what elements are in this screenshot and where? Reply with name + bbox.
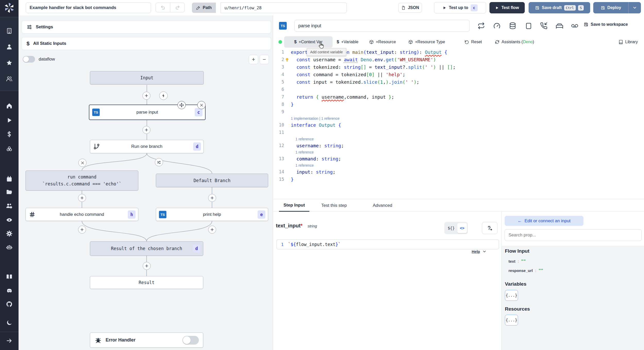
- prop-row-text[interactable]: text:"": [509, 259, 526, 264]
- remove-branch-button[interactable]: [78, 159, 87, 167]
- tab-test-this-step[interactable]: Test this step: [321, 199, 347, 212]
- json-button[interactable]: JSON: [398, 3, 422, 13]
- add-step-button[interactable]: [142, 126, 150, 134]
- flow-node-default-branch[interactable]: Default Branch: [156, 174, 268, 187]
- dollar-icon[interactable]: [6, 131, 13, 138]
- add-resource-button[interactable]: +Resource: [369, 36, 396, 48]
- save-draft-button[interactable]: Save draft Ctrl S: [529, 2, 590, 13]
- expression-editor[interactable]: 1 `${flow_input.text}`: [276, 240, 499, 249]
- code-line[interactable]: 11: [273, 129, 644, 136]
- arrow-right-icon[interactable]: [6, 337, 13, 344]
- flow-node-parse-input[interactable]: TS parse input c: [89, 105, 206, 120]
- discord-icon[interactable]: [6, 287, 13, 294]
- book-open-icon[interactable]: [6, 273, 13, 280]
- connect-input-button[interactable]: [482, 222, 497, 234]
- code-line[interactable]: 12 username: string;: [273, 142, 644, 149]
- user-icon[interactable]: [6, 44, 13, 50]
- flow-node-print-help[interactable]: TS print help e: [156, 208, 268, 221]
- code-line[interactable]: 14 input: string;: [273, 168, 644, 176]
- reset-button[interactable]: Reset: [464, 36, 482, 48]
- bed-icon[interactable]: [556, 22, 563, 30]
- variables-chip[interactable]: {...}: [505, 290, 518, 301]
- square-icon[interactable]: [525, 22, 532, 30]
- calendar-icon[interactable]: [6, 176, 13, 182]
- undo-button[interactable]: [156, 3, 170, 12]
- lightbulb-icon[interactable]: [285, 57, 290, 62]
- add-step-button[interactable]: [78, 226, 86, 234]
- code-line[interactable]: 15}: [273, 176, 644, 183]
- phone-incoming-icon[interactable]: [540, 22, 548, 30]
- static-mode-option[interactable]: ${}: [445, 223, 457, 233]
- flow-node-input[interactable]: Input: [90, 71, 204, 84]
- code-line[interactable]: 7 return { username,command, input };: [273, 93, 644, 101]
- code-line[interactable]: 13 command: string;: [273, 155, 644, 163]
- database-icon[interactable]: [509, 22, 516, 30]
- flow-node-result-of-branch[interactable]: Result of the chosen branch d: [90, 241, 203, 256]
- edit-or-connect-button[interactable]: ← Edit or connect an input: [505, 216, 583, 226]
- flow-node-run-one-branch[interactable]: Run one branch d: [90, 140, 204, 153]
- tab-advanced[interactable]: Advanced: [373, 199, 392, 212]
- play-icon[interactable]: [6, 117, 13, 124]
- test-flow-button[interactable]: Test flow: [489, 2, 525, 13]
- home-icon[interactable]: [6, 103, 13, 109]
- error-handler-card[interactable]: Error Handler: [90, 332, 203, 348]
- gauge-icon[interactable]: [493, 22, 501, 30]
- deploy-dropdown-button[interactable]: [629, 5, 641, 10]
- bot-icon[interactable]: [6, 244, 13, 251]
- code-line[interactable]: 5 const input = tokenized.slice(1,).join…: [273, 78, 644, 86]
- test-up-to-button[interactable]: Test up to c: [434, 2, 486, 13]
- library-button[interactable]: Library: [618, 36, 638, 48]
- code-line[interactable]: 10interface Output {: [273, 121, 644, 129]
- add-context-var-button[interactable]: $+Context Var: [284, 36, 333, 48]
- repeat-icon[interactable]: [477, 22, 485, 30]
- add-resource-type-button[interactable]: +Resource Type: [408, 36, 445, 48]
- search-prop-input[interactable]: [505, 229, 642, 241]
- flow-title-input[interactable]: [26, 2, 151, 13]
- star-icon[interactable]: [6, 59, 13, 66]
- add-step-button[interactable]: [208, 226, 216, 234]
- add-step-button[interactable]: [78, 194, 86, 202]
- eye-icon[interactable]: [6, 217, 13, 223]
- moon-icon[interactable]: [6, 319, 13, 326]
- gear-icon[interactable]: [6, 230, 13, 237]
- code-line[interactable]: 2 const username = await Deno.env.get('W…: [273, 56, 644, 63]
- codelens-link[interactable]: 1 reference: [295, 149, 314, 155]
- code-line[interactable]: 8}: [273, 101, 644, 108]
- swap-branch-button[interactable]: [155, 158, 163, 166]
- flow-node-result[interactable]: Result: [90, 276, 203, 289]
- path-input[interactable]: [221, 2, 347, 13]
- building-icon[interactable]: [6, 28, 13, 34]
- chevron-down-icon[interactable]: [482, 249, 487, 254]
- folder-open-icon[interactable]: [6, 189, 13, 195]
- javascript-mode-option[interactable]: <>: [457, 223, 467, 233]
- codelens-link[interactable]: 1 implementation | 1 reference: [291, 116, 340, 121]
- deploy-button[interactable]: Deploy: [594, 5, 628, 10]
- move-step-button[interactable]: [177, 101, 186, 109]
- flow-node-branch-condition[interactable]: run command `results.c.command === 'echo…: [26, 170, 138, 191]
- trigger-bolt-button[interactable]: [159, 91, 168, 100]
- code-line[interactable]: 3 const tokenized: string[] = text_input…: [273, 63, 644, 71]
- code-line[interactable]: 9: [273, 108, 644, 116]
- error-handler-toggle[interactable]: [182, 336, 199, 345]
- windmill-logo[interactable]: [4, 2, 15, 13]
- add-variable-button[interactable]: $+Variable: [337, 36, 358, 48]
- flow-node-handle-echo-command[interactable]: handle echo command h: [26, 208, 138, 221]
- voicemail-icon[interactable]: [571, 22, 579, 30]
- redo-button[interactable]: [170, 3, 185, 12]
- delete-step-button[interactable]: [197, 101, 206, 109]
- add-step-button[interactable]: [142, 92, 150, 100]
- users-icon[interactable]: [6, 75, 13, 82]
- code-line[interactable]: 6: [273, 86, 644, 93]
- add-step-button[interactable]: [143, 262, 151, 270]
- users-gear-icon[interactable]: [6, 203, 13, 209]
- tab-step-input[interactable]: Step Input: [279, 199, 309, 212]
- assistants-button[interactable]: Assistants (Deno): [495, 36, 534, 48]
- save-to-workspace-button[interactable]: Save to workspace: [584, 22, 628, 27]
- boxes-icon[interactable]: [6, 146, 13, 153]
- resources-chip[interactable]: {...}: [505, 315, 518, 326]
- codelens-link[interactable]: 1 reference: [295, 163, 314, 168]
- github-icon[interactable]: [6, 301, 13, 308]
- add-step-button[interactable]: [208, 194, 216, 202]
- step-name-input[interactable]: [294, 20, 470, 32]
- prop-row-response-url[interactable]: response_url:"": [509, 268, 543, 273]
